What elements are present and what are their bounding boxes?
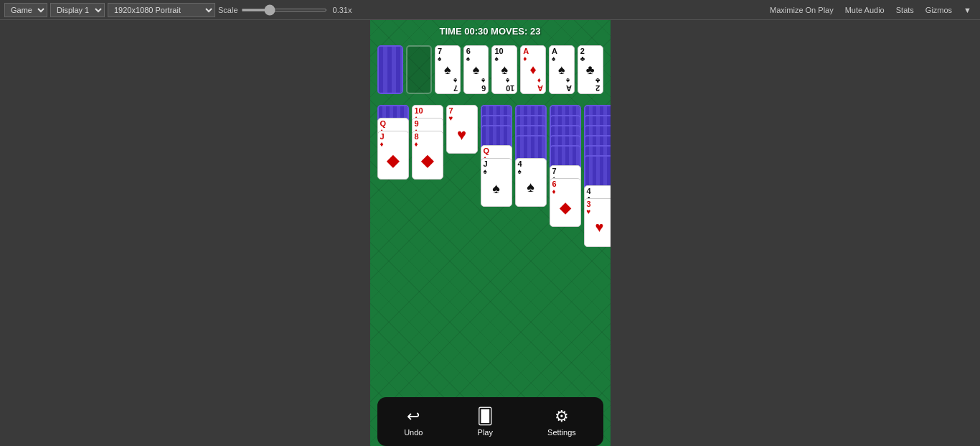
foundation-3[interactable]: 10 ♠ ♠ 10 ♠ [491, 45, 517, 94]
tableau-col-5: 4♠ ♠ [515, 105, 547, 327]
card-4-spades[interactable]: 4♠ ♠ [515, 158, 547, 207]
tableau: Q♦ ♦ J♦ ◆ 10♦ 9♦ [377, 105, 603, 327]
more-button[interactable]: ▼ [959, 4, 976, 16]
tableau-col-4: Q♦ J♠ ♠ [481, 105, 512, 327]
scale-slider[interactable] [241, 9, 327, 11]
status-bar: TIME 00:30 MOVES: 23 [440, 26, 541, 37]
play-label: Play [478, 428, 493, 437]
foundation-1[interactable]: 7 ♠ ♠ 7 ♠ [435, 45, 461, 94]
undo-button[interactable]: ↩ Undo [404, 407, 423, 437]
mute-audio-button[interactable]: Mute Audio [841, 4, 889, 16]
game-select[interactable]: Game [4, 3, 47, 17]
foundation-2[interactable]: 6 ♠ ♠ 6 ♠ [463, 45, 489, 94]
stock-pile[interactable] [377, 45, 403, 94]
card-8-diamonds[interactable]: 8♦ ◆ [412, 131, 443, 180]
play-button[interactable]: 🂠 Play [477, 407, 494, 437]
toolbar: Game Display 1 1920x1080 Portrait Scale … [0, 0, 980, 20]
display-select[interactable]: Display 1 [50, 3, 105, 17]
settings-button[interactable]: ⚙ Settings [547, 407, 576, 437]
scale-label: Scale [218, 6, 238, 14]
tableau-col-6: 7♠ 6♦ ◆ [550, 105, 581, 327]
settings-label: Settings [547, 428, 576, 437]
play-icon: 🂠 [477, 407, 494, 426]
maximize-on-play-button[interactable]: Maximize On Play [765, 4, 838, 16]
card-6-diamonds[interactable]: 6♦ ◆ [550, 178, 581, 227]
stats-button[interactable]: Stats [892, 4, 918, 16]
top-area: 7 ♠ ♠ 7 ♠ 6 ♠ ♠ 6 ♠ [377, 45, 603, 97]
foundation-4[interactable]: A ♦ ♦ A ♦ [520, 45, 546, 94]
card-j-diamonds[interactable]: J♦ ◆ [377, 131, 409, 180]
card-7-hearts[interactable]: 7♥ ♥ [446, 105, 478, 154]
undo-label: Undo [404, 428, 423, 437]
foundation-6[interactable]: 2 ♣ ♣ 2 ♣ [578, 45, 603, 94]
resolution-select[interactable]: 1920x1080 Portrait [108, 3, 215, 17]
waste-slot[interactable] [406, 45, 432, 94]
gizmos-button[interactable]: Gizmos [921, 4, 956, 16]
foundation-5[interactable]: A ♠ ♠ A ♠ [549, 45, 575, 94]
game-viewport: TIME 00:30 MOVES: 23 7 ♠ ♠ 7 ♠ [370, 20, 611, 446]
tableau-col-7: 4♣ 3♥ ♥ [584, 105, 611, 327]
tableau-col-1: Q♦ ♦ J♦ ◆ [377, 105, 409, 327]
content-area: TIME 00:30 MOVES: 23 7 ♠ ♠ 7 ♠ [0, 20, 980, 446]
card-3-hearts[interactable]: 3♥ ♥ [584, 198, 611, 247]
undo-icon: ↩ [407, 407, 420, 426]
scale-value: 0.31x [333, 6, 352, 14]
tableau-col-2: 10♦ 9♦ 8♦ ◆ [412, 105, 443, 327]
bottom-bar: ↩ Undo 🂠 Play ⚙ Settings [377, 397, 603, 446]
tableau-col-3: 7♥ ♥ [446, 105, 478, 327]
settings-icon: ⚙ [555, 407, 569, 426]
card-j-spades-4[interactable]: J♠ ♠ [481, 158, 512, 207]
